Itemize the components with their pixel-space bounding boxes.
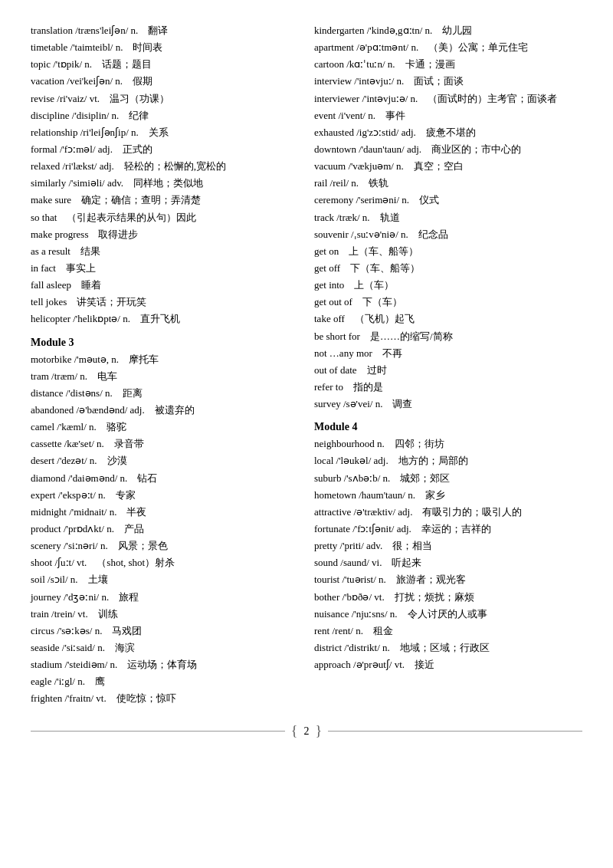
list-item: distance /'distəns/ n. 距离: [31, 386, 299, 401]
list-item: get off 下（车、船等）: [314, 261, 582, 276]
left-column: translation /træns'leiʃən/ n. 翻译timetabl…: [31, 23, 306, 708]
left-brace: {: [291, 723, 298, 739]
list-item: frighten /'fraitn/ vt. 使吃惊；惊吓: [31, 691, 299, 706]
list-item: out of date 过时: [314, 363, 582, 378]
list-item: journey /'dʒəːni/ n. 旅程: [31, 590, 299, 605]
right-column: kindergarten /'kində,gɑːtn/ n. 幼儿园apartm…: [306, 23, 582, 708]
list-item: track /træk/ n. 轨道: [314, 210, 582, 225]
list-item: fortunate /'fɔːtʃənit/ adj. 幸运的；吉祥的: [314, 521, 582, 537]
list-item: exhausted /ig'zɔːstid/ adj. 疲惫不堪的: [314, 125, 582, 140]
left-module3-entries: motorbike /'məutə, n. 摩托车tram /træm/ n. …: [31, 352, 299, 707]
list-item: be short for 是……的缩写/简称: [314, 329, 582, 344]
list-item: translation /træns'leiʃən/ n. 翻译: [31, 23, 299, 38]
list-item: rail /reil/ n. 铁轨: [314, 176, 582, 191]
right-top-entries: kindergarten /'kində,gɑːtn/ n. 幼儿园apartm…: [314, 23, 582, 412]
list-item: seaside /'siːsaid/ n. 海滨: [31, 640, 299, 656]
list-item: hometown /haum'taun/ n. 家乡: [314, 488, 582, 503]
list-item: in fact 事实上: [31, 261, 299, 276]
footer-line-right: [328, 731, 582, 732]
list-item: soil /sɔil/ n. 土壤: [31, 572, 299, 587]
list-item: ceremony /'serimənі/ n. 仪式: [314, 192, 582, 208]
list-item: expert /'ekspəːt/ n. 专家: [31, 488, 299, 503]
list-item: interview /'intəvjuː/ n. 面试；面谈: [314, 74, 582, 89]
list-item: fall asleep 睡着: [31, 278, 299, 293]
list-item: take off （飞机）起飞: [314, 311, 582, 327]
list-item: tell jokes 讲笑话；开玩笑: [31, 294, 299, 310]
list-item: suburb /'sʌbəːb/ n. 城郊；郊区: [314, 471, 582, 486]
list-item: bother /'bɒðə/ vt. 打扰；烦扰；麻烦: [314, 590, 582, 605]
list-item: similarly /'simiəli/ adv. 同样地；类似地: [31, 176, 299, 191]
list-item: midnight /'midnait/ n. 半夜: [31, 505, 299, 520]
list-item: discipline /'disiplin/ n. 纪律: [31, 108, 299, 123]
list-item: eagle /'iːgl/ n. 鹰: [31, 674, 299, 689]
list-item: approach /ə'prəutʃ/ vt. 接近: [314, 657, 582, 672]
list-item: timetable /'taimteibl/ n. 时间表: [31, 40, 299, 55]
list-item: downtown /'daun'taun/ adj. 商业区的；市中心的: [314, 142, 582, 157]
footer: { 2 }: [31, 723, 582, 739]
list-item: make progress 取得进步: [31, 227, 299, 242]
list-item: make sure 确定；确信；查明；弄清楚: [31, 192, 299, 208]
right-module4-entries: neighbourhood n. 四邻；街坊local /'ləukəl/ ad…: [314, 436, 582, 672]
list-item: shoot /ʃuːt/ vt. （shot, shot）射杀: [31, 555, 299, 570]
list-item: train /trein/ vt. 训练: [31, 607, 299, 622]
list-item: get on 上（车、船等）: [314, 244, 582, 259]
page-number: 2: [304, 725, 310, 738]
list-item: pretty /'priti/ adv. 很；相当: [314, 538, 582, 554]
left-top-entries: translation /træns'leiʃən/ n. 翻译timetabl…: [31, 23, 299, 327]
list-item: scenery /'siːnəri/ n. 风景；景色: [31, 538, 299, 554]
list-item: get out of 下（车）: [314, 294, 582, 310]
list-item: abandoned /ə'bændənd/ adj. 被遗弃的: [31, 403, 299, 418]
list-item: relationship /ri'leiʃənʃip/ n. 关系: [31, 125, 299, 140]
right-brace: }: [316, 723, 323, 739]
page-content: translation /træns'leiʃən/ n. 翻译timetabl…: [31, 23, 582, 708]
list-item: refer to 指的是: [314, 380, 582, 395]
list-item: interviewer /'intəvjuːə/ n. （面试时的）主考官；面谈…: [314, 91, 582, 107]
list-item: topic /'tɒpik/ n. 话题；题目: [31, 57, 299, 72]
list-item: rent /rent/ n. 租金: [314, 623, 582, 639]
list-item: circus /'səːkəs/ n. 马戏团: [31, 623, 299, 639]
list-item: get into 上（车）: [314, 278, 582, 293]
list-item: attractive /ə'træktiv/ adj. 有吸引力的；吸引人的: [314, 505, 582, 520]
list-item: vacuum /'vækjuəm/ n. 真空；空白: [314, 159, 582, 174]
list-item: revise /ri'vaiz/ vt. 温习（功课）: [31, 91, 299, 107]
module4-header: Module 4: [314, 421, 582, 433]
module3-header: Module 3: [31, 337, 299, 349]
list-item: souvenir /ˌsuːvə'niə/ n. 纪念品: [314, 227, 582, 242]
list-item: not …any mor 不再: [314, 346, 582, 361]
list-item: stadium /'steidiəm/ n. 运动场；体育场: [31, 657, 299, 672]
list-item: relaxed /ri'lækst/ adj. 轻松的；松懈的,宽松的: [31, 159, 299, 174]
list-item: product /'prɒdʌkt/ n. 产品: [31, 521, 299, 537]
list-item: cassette /kæ'set/ n. 录音带: [31, 436, 299, 452]
list-item: local /'ləukəl/ adj. 地方的；局部的: [314, 453, 582, 469]
list-item: apartment /ə'pɑːtmənt/ n. （美）公寓；单元住宅: [314, 40, 582, 55]
list-item: so that （引起表示结果的从句）因此: [31, 210, 299, 225]
list-item: tourist /'tuərist/ n. 旅游者；观光客: [314, 572, 582, 587]
list-item: cartoon /kɑːˈtuːn/ n. 卡通；漫画: [314, 57, 582, 72]
list-item: desert /'dezət/ n. 沙漠: [31, 453, 299, 469]
list-item: tram /træm/ n. 电车: [31, 369, 299, 384]
footer-line-left: [31, 731, 285, 732]
list-item: diamond /'daiəmənd/ n. 钻石: [31, 471, 299, 486]
list-item: district /'distrikt/ n. 地域；区域；行政区: [314, 640, 582, 656]
list-item: survey /sə'vei/ n. 调查: [314, 396, 582, 412]
list-item: helicopter /'helikɒptə/ n. 直升飞机: [31, 311, 299, 327]
list-item: kindergarten /'kində,gɑːtn/ n. 幼儿园: [314, 23, 582, 38]
list-item: event /i'vent/ n. 事件: [314, 108, 582, 123]
list-item: vacation /vei'keiʃən/ n. 假期: [31, 74, 299, 89]
list-item: neighbourhood n. 四邻；街坊: [314, 436, 582, 452]
list-item: motorbike /'məutə, n. 摩托车: [31, 352, 299, 367]
list-item: sound /saund/ vi. 听起来: [314, 555, 582, 570]
list-item: camel /'kæml/ n. 骆驼: [31, 419, 299, 435]
list-item: as a result 结果: [31, 244, 299, 259]
list-item: formal /'fɔːməl/ adj. 正式的: [31, 142, 299, 157]
list-item: nuisance /'njuːsns/ n. 令人讨厌的人或事: [314, 607, 582, 622]
